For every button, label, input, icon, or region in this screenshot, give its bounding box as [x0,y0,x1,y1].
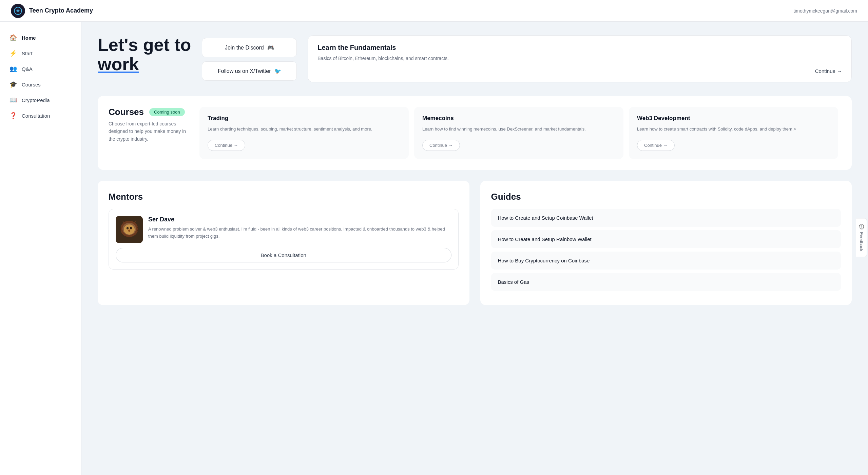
guides-section: Guides How to Create and Setup Coinbase … [480,181,852,305]
guide-item-basics-gas[interactable]: Basics of Gas [491,273,841,291]
mentors-title: Mentors [109,192,459,202]
sidebar-label-courses: Courses [22,82,41,87]
book-consultation-button[interactable]: Book a Consultation [116,248,451,262]
app-logo [11,4,25,18]
memecoins-continue-btn[interactable]: Continue → [422,140,460,151]
course-card-memecoins: Memecoins Learn how to find winning meme… [414,107,623,159]
courses-section: Courses Coming soon Choose from expert-l… [98,96,852,170]
sidebar: 🏠 Home ⚡ Start 👥 Q&A 🎓 Courses 📖 CryptoP… [0,22,81,475]
user-email: timothymckeegan@gmail.com [793,8,857,14]
web3-description: Learn how to create smart contracts with… [637,126,830,133]
sidebar-nav: 🏠 Home ⚡ Start 👥 Q&A 🎓 Courses 📖 CryptoP… [0,30,81,123]
svg-point-9 [131,227,132,228]
hero-section: Let's get to work Join the Discord 🎮 Fol… [98,35,852,82]
courses-icon: 🎓 [9,81,17,88]
sidebar-item-home[interactable]: 🏠 Home [0,30,81,45]
mentor-bio: A renowned problem solver & web3 enthusi… [148,226,451,240]
sidebar-item-start[interactable]: ⚡ Start [0,45,81,61]
courses-left: Courses Coming soon Choose from expert-l… [109,107,197,159]
mentor-card-serdave: Ser Dave A renowned problem solver & web… [109,209,459,270]
hero-actions: Join the Discord 🎮 Follow us on X/Twitte… [202,38,297,81]
courses-subtitle: Choose from expert-led courses designed … [109,120,189,143]
sidebar-item-courses[interactable]: 🎓 Courses [0,77,81,92]
app-title: Teen Crypto Academy [29,7,93,14]
qa-icon: 👥 [9,65,17,73]
sidebar-item-qa[interactable]: 👥 Q&A [0,61,81,77]
fundamentals-title: Learn the Fundamentals [317,44,842,52]
mentor-avatar [116,216,143,243]
fundamentals-description: Basics of Bitcoin, Ethereum, blockchains… [317,55,842,62]
web3-continue-btn[interactable]: Continue → [637,140,675,151]
mentor-details: Ser Dave A renowned problem solver & web… [148,216,451,243]
twitter-icon: 🐦 [274,68,281,74]
cryptopedia-icon: 📖 [9,96,17,104]
main-content: Let's get to work Join the Discord 🎮 Fol… [81,22,868,475]
mentors-section: Mentors [98,181,469,305]
guides-title: Guides [491,192,841,202]
discord-button[interactable]: Join the Discord 🎮 [202,38,297,57]
svg-point-10 [128,230,130,231]
svg-point-8 [128,227,128,228]
sidebar-label-consultation: Consultation [22,113,50,119]
coming-soon-badge: Coming soon [149,108,185,116]
twitter-button[interactable]: Follow us on X/Twitter 🐦 [202,61,297,81]
sidebar-item-consultation[interactable]: ❓ Consultation [0,108,81,123]
app-header: Teen Crypto Academy timothymckeegan@gmai… [0,0,868,22]
fundamentals-continue[interactable]: Continue → [815,68,842,74]
memecoins-description: Learn how to find winning memecoins, use… [422,126,615,133]
memecoins-title: Memecoins [422,115,615,122]
fundamentals-card: Learn the Fundamentals Basics of Bitcoin… [308,35,852,82]
page-layout: 🏠 Home ⚡ Start 👥 Q&A 🎓 Courses 📖 CryptoP… [0,22,868,475]
course-card-trading: Trading Learn charting techniques, scalp… [199,107,409,159]
svg-point-1 [17,10,19,11]
guide-item-rainbow-wallet[interactable]: How to Create and Setup Rainbow Wallet [491,230,841,248]
discord-icon: 🎮 [267,44,274,51]
hero-text: Let's get to work [98,35,191,74]
home-icon: 🏠 [9,34,17,41]
sidebar-item-cryptopedia[interactable]: 📖 CryptoPedia [0,92,81,108]
hero-heading: Let's get to work [98,35,191,74]
sidebar-label-qa: Q&A [22,66,33,72]
consultation-icon: ❓ [9,112,17,119]
course-card-web3: Web3 Development Learn how to create sma… [629,107,838,159]
web3-title: Web3 Development [637,115,830,122]
trading-title: Trading [208,115,401,122]
courses-grid: Courses Coming soon Choose from expert-l… [109,107,841,159]
guide-item-coinbase-wallet[interactable]: How to Create and Setup Coinbase Wallet [491,209,841,227]
sidebar-label-start: Start [22,51,33,56]
trading-continue-btn[interactable]: Continue → [208,140,245,151]
sidebar-label-cryptopedia: CryptoPedia [22,97,50,103]
courses-header: Courses Coming soon [109,107,189,117]
header-brand: Teen Crypto Academy [11,4,93,18]
sidebar-label-home: Home [22,35,36,41]
mentor-name: Ser Dave [148,216,451,223]
trading-description: Learn charting techniques, scalping, mar… [208,126,401,133]
mentor-info: Ser Dave A renowned problem solver & web… [116,216,451,243]
courses-section-title: Courses [109,107,144,117]
feedback-tab[interactable]: 💬 Feedback [856,218,867,257]
feedback-icon: 💬 [859,224,864,229]
guide-item-buy-crypto[interactable]: How to Buy Cryptocurrency on Coinbase [491,252,841,270]
bottom-sections: Mentors [98,181,852,305]
start-icon: ⚡ [9,50,17,57]
